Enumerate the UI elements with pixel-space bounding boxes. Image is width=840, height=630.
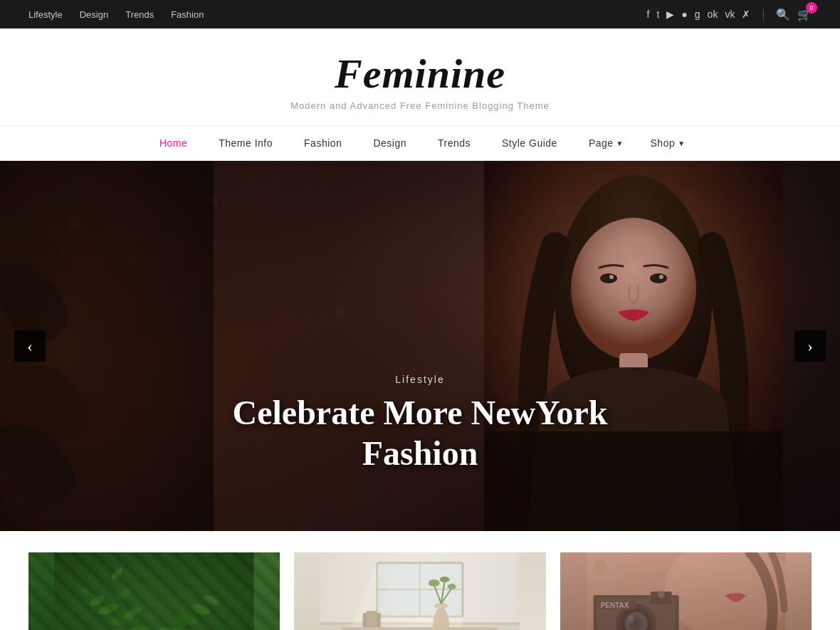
topnav-fashion[interactable]: Fashion [171,9,204,20]
svg-point-43 [440,577,450,582]
nav-page[interactable]: Page [573,126,616,160]
card-interior[interactable] [294,552,545,630]
hero-text-overlay: Lifestyle Celebrate More NewYorkFashion [233,374,608,474]
top-bar-actions: 🔍 🛒 0 [776,8,812,21]
hero-background: Lifestyle Celebrate More NewYorkFashion [0,161,840,531]
nav-fashion[interactable]: Fashion [288,126,357,160]
svg-line-40 [441,581,445,604]
svg-point-2 [571,218,696,360]
svg-rect-56 [650,592,671,604]
site-title[interactable]: Feminine [14,50,826,98]
hero-category: Lifestyle [233,374,608,385]
svg-point-54 [632,620,639,627]
top-bar-nav: Lifestyle Design Trends Fashion [28,9,204,20]
svg-rect-57 [599,601,634,609]
svg-point-12 [97,602,118,617]
svg-point-44 [448,584,456,589]
svg-rect-24 [55,552,254,630]
nav-trends[interactable]: Trends [422,126,486,160]
topnav-design[interactable]: Design [80,9,108,20]
next-arrow-icon: › [807,337,813,356]
svg-point-20 [110,567,125,581]
svg-rect-37 [367,611,377,627]
svg-rect-30 [377,563,463,616]
site-tagline: Modern and Advanced Free Feminine Bloggi… [14,100,826,111]
svg-rect-49 [597,599,675,630]
vk-icon[interactable]: vk [725,9,735,20]
svg-point-22 [122,606,144,621]
svg-point-17 [189,602,211,617]
nav-style-guide[interactable]: Style Guide [486,126,573,160]
twitter-icon[interactable]: t [656,9,659,20]
youtube-icon[interactable]: ▶ [666,9,674,20]
instagram-icon[interactable]: ● [681,9,687,20]
next-slide-button[interactable]: › [794,330,826,362]
xing-icon[interactable]: ✗ [742,9,750,20]
divider: | [762,7,765,22]
svg-rect-27 [320,624,520,630]
svg-rect-25 [320,552,520,630]
svg-point-14 [123,625,150,630]
social-icons: f t ▶ ● g ok vk ✗ [647,9,751,20]
cards-section: PENTAX [0,531,840,630]
prev-slide-button[interactable]: ‹ [14,330,46,362]
google-icon[interactable]: g [695,9,700,20]
svg-point-6 [659,275,663,279]
topnav-lifestyle[interactable]: Lifestyle [28,9,63,20]
svg-point-4 [650,273,667,283]
nav-home[interactable]: Home [144,126,203,160]
svg-point-5 [609,275,614,279]
svg-point-3 [600,273,617,283]
svg-point-42 [429,579,440,587]
cart-badge: 0 [806,2,817,14]
svg-point-61 [742,595,771,624]
nav-theme-info[interactable]: Theme Info [203,126,288,160]
svg-rect-33 [342,627,498,630]
nav-shop-dropdown[interactable]: Shop ▼ [635,126,697,160]
hero-title: Celebrate More NewYorkFashion [233,392,608,474]
page-dropdown-arrow: ▼ [616,140,624,147]
card-interior-image [294,552,545,630]
svg-point-47 [664,552,792,630]
card-nature[interactable] [28,552,280,630]
svg-point-52 [624,612,647,630]
svg-point-19 [159,625,186,630]
top-bar-right: f t ▶ ● g ok vk ✗ | 🔍 🛒 0 [647,7,812,22]
nav-design[interactable]: Design [357,126,422,160]
nav-shop[interactable]: Shop [635,126,678,160]
svg-point-11 [88,594,107,609]
svg-point-59 [657,591,664,598]
card-nature-image [28,552,280,630]
cart-icon[interactable]: 🛒 0 [797,8,812,21]
topnav-trends[interactable]: Trends [125,9,154,20]
top-bar: Lifestyle Design Trends Fashion f t ▶ ● … [0,0,840,28]
hero-woman-svg [484,161,783,531]
svg-point-50 [616,604,656,630]
card-cosmetics[interactable]: PENTAX [560,552,812,630]
facebook-icon[interactable]: f [647,9,650,20]
svg-point-23 [130,624,153,630]
svg-rect-28 [320,622,520,625]
svg-point-38 [434,603,448,609]
svg-point-18 [174,613,199,627]
svg-point-13 [110,613,135,627]
svg-point-55 [628,616,634,621]
search-icon[interactable]: 🔍 [776,8,790,21]
svg-point-21 [115,586,133,602]
prev-arrow-icon: ‹ [27,337,33,356]
svg-rect-29 [377,563,463,616]
hero-slider: Lifestyle Celebrate More NewYorkFashion … [0,161,840,531]
svg-point-53 [629,616,643,630]
svg-point-16 [202,593,221,608]
svg-point-60 [689,563,710,584]
svg-rect-36 [363,613,381,627]
svg-rect-10 [55,552,254,630]
svg-rect-48 [593,595,678,630]
card-cosmetics-image: PENTAX [560,552,812,630]
shop-dropdown-arrow: ▼ [678,140,685,147]
svg-line-41 [441,588,452,604]
nav-page-dropdown[interactable]: Page ▼ [573,126,635,160]
svg-point-51 [620,608,651,630]
ok-icon[interactable]: ok [708,9,718,20]
svg-text:PENTAX: PENTAX [600,602,629,609]
